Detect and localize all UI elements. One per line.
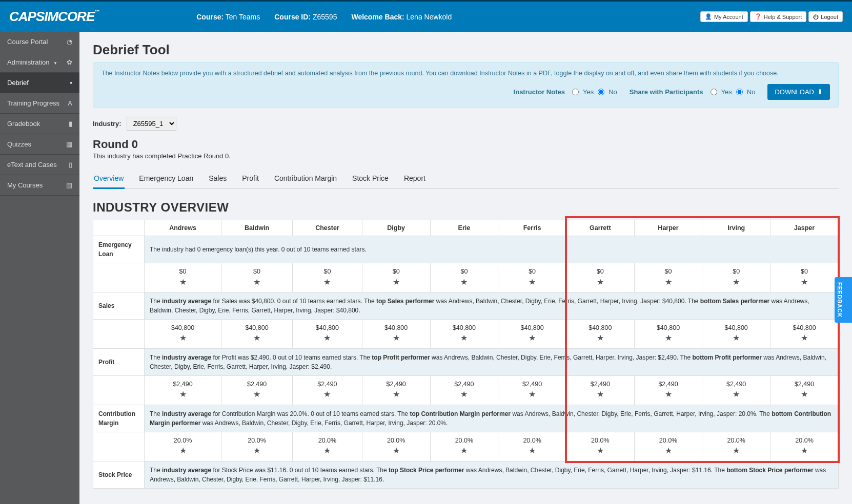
sidebar-item-label: Administration ▼ — [7, 58, 57, 66]
help-label: Help & Support — [764, 14, 802, 20]
value-cell: 20.0%★ — [293, 432, 362, 461]
star-icon: ★ — [148, 332, 218, 344]
share-no-radio[interactable] — [736, 89, 743, 95]
star-icon: ★ — [225, 445, 289, 456]
value-cell: $40,800★ — [221, 319, 293, 348]
tab-report[interactable]: Report — [403, 169, 427, 188]
star-icon: ★ — [148, 445, 218, 456]
star-icon: ★ — [705, 389, 767, 400]
table-header-digby: Digby — [362, 220, 430, 236]
tab-contribution-margin[interactable]: Contribution Margin — [273, 169, 338, 188]
sidebar-item-label: eText and Cases — [7, 161, 57, 169]
value-cell: $2,490★ — [430, 375, 498, 405]
sidebar-icon: ▤ — [66, 181, 72, 189]
share-yes-radio[interactable] — [711, 89, 717, 95]
instructor-notes-yes-radio[interactable] — [572, 89, 579, 95]
value-cell: $2,490★ — [702, 375, 770, 405]
sidebar-item-label: My Courses — [7, 181, 43, 189]
sidebar-item-label: Debrief — [7, 79, 29, 87]
value-cell: $0★ — [293, 263, 362, 292]
sidebar-item-quizzes[interactable]: Quizzes▦ — [0, 134, 79, 155]
logo: CAPSIMCORE™ — [9, 9, 99, 25]
value-cell: $0★ — [430, 263, 498, 292]
table-header-ferris: Ferris — [498, 220, 566, 236]
top-bar: CAPSIMCORE™ Course: Ten Teams Course ID:… — [0, 0, 852, 32]
star-icon: ★ — [434, 389, 495, 400]
instructor-notes-label: Instructor Notes — [514, 88, 565, 96]
value-cell: $2,490★ — [145, 375, 221, 405]
value-cell: 20.0%★ — [221, 432, 293, 461]
star-icon: ★ — [501, 389, 563, 400]
yes-label: Yes — [583, 88, 594, 96]
sidebar-icon: ✿ — [67, 58, 72, 66]
user-icon: 👤 — [705, 13, 712, 20]
star-icon: ★ — [570, 332, 631, 344]
star-icon: ★ — [366, 332, 427, 344]
value-cell: 20.0%★ — [430, 432, 498, 461]
row-label: Profit — [93, 348, 145, 375]
tab-overview[interactable]: Overview — [93, 169, 125, 189]
row-description: The industry average for Profit was $2,4… — [145, 348, 839, 375]
star-icon: ★ — [296, 389, 359, 400]
star-icon: ★ — [366, 445, 427, 456]
download-label: DOWNLOAD — [775, 88, 814, 96]
logout-button[interactable]: ⏻Logout — [808, 11, 843, 22]
help-button[interactable]: ❓Help & Support — [750, 11, 807, 22]
table-header-garrett: Garrett — [566, 220, 634, 236]
star-icon: ★ — [774, 332, 835, 344]
tab-emergency-loan[interactable]: Emergency Loan — [138, 169, 194, 188]
tab-sales[interactable]: Sales — [208, 169, 228, 188]
industry-select[interactable]: Z65595_1 — [127, 117, 176, 131]
star-icon: ★ — [638, 389, 699, 400]
value-cell: 20.0%★ — [498, 432, 566, 461]
industry-label: Industry: — [93, 120, 121, 128]
welcome-label: Welcome Back: — [351, 13, 404, 21]
sidebar-item-my-courses[interactable]: My Courses▤ — [0, 175, 79, 196]
sidebar-item-training-progress[interactable]: Training ProgressA — [0, 93, 79, 114]
close-icon[interactable]: ✕ — [830, 295, 852, 302]
industry-selector-row: Industry: Z65595_1 — [93, 117, 839, 131]
value-cell: $40,800★ — [362, 319, 430, 348]
course-id: Z65595 — [313, 13, 337, 21]
value-cell: 20.0%★ — [770, 432, 839, 461]
value-cell: $0★ — [221, 263, 293, 292]
star-icon: ★ — [705, 277, 767, 288]
star-icon: ★ — [296, 277, 359, 288]
feedback-tab[interactable]: ✕ FEEDBACK — [835, 277, 852, 323]
header-info: Course: Ten Teams Course ID: Z65595 Welc… — [196, 13, 452, 21]
sidebar-icon: ▦ — [66, 140, 72, 148]
tab-profit[interactable]: Profit — [241, 169, 260, 188]
help-icon: ❓ — [755, 13, 762, 20]
share-group: Share with Participants Yes No — [630, 88, 756, 96]
course-name: Ten Teams — [226, 13, 260, 21]
value-cell: $0★ — [362, 263, 430, 292]
star-icon: ★ — [296, 332, 359, 344]
table-corner — [93, 220, 145, 236]
sidebar-item-course-portal[interactable]: Course Portal◔ — [0, 32, 79, 52]
value-cell: $0★ — [498, 263, 566, 292]
info-controls: Instructor Notes Yes No Share with Parti… — [102, 84, 830, 100]
value-cell: $0★ — [702, 263, 770, 292]
row-label-blank — [93, 319, 145, 348]
download-button[interactable]: DOWNLOAD ⬇ — [767, 84, 830, 100]
star-icon: ★ — [570, 445, 631, 456]
value-cell: $2,490★ — [221, 375, 293, 405]
value-cell: $2,490★ — [566, 375, 634, 405]
value-cell: $0★ — [145, 263, 221, 292]
row-label-blank — [93, 375, 145, 405]
table-header-baldwin: Baldwin — [221, 220, 293, 236]
sidebar-item-label: Quizzes — [7, 140, 31, 148]
instructor-notes-no-radio[interactable] — [598, 89, 604, 95]
sidebar-item-debrief[interactable]: Debrief▪ — [0, 73, 79, 93]
sidebar-item-etext-and-cases[interactable]: eText and Cases▯ — [0, 155, 79, 175]
star-icon: ★ — [366, 277, 427, 288]
my-account-button[interactable]: 👤My Account — [700, 11, 748, 22]
value-cell: $0★ — [770, 263, 839, 292]
tab-stock-price[interactable]: Stock Price — [351, 169, 390, 188]
value-cell: $40,800★ — [566, 319, 634, 348]
sidebar-item-gradebook[interactable]: Gradebook▮ — [0, 114, 79, 134]
row-label: Contribution Margin — [93, 405, 145, 432]
row-label: Stock Price — [93, 461, 145, 488]
row-label: Emergency Loan — [93, 236, 145, 263]
sidebar-item-administration[interactable]: Administration ▼✿ — [0, 52, 79, 73]
